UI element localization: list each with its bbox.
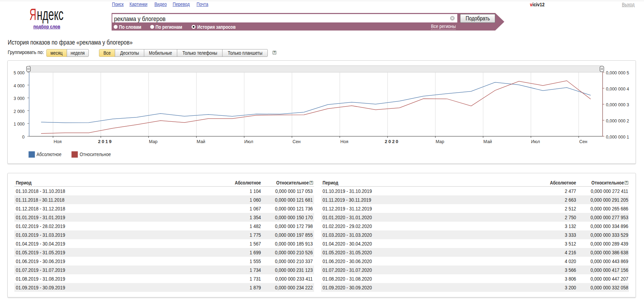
svg-text:Я: Я [29,5,36,24]
svg-text:ндекс: ндекс [37,5,64,24]
